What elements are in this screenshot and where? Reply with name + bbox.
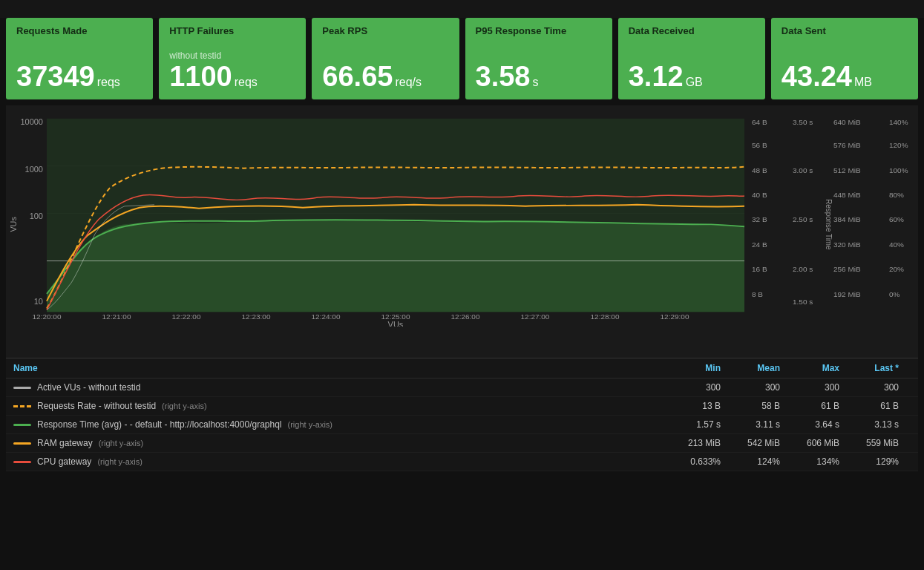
metric-value: 1100reqs	[169, 62, 295, 91]
chart-area: 10000 1000 100 10 VUs 12:20:00 12:21:00 …	[6, 105, 918, 358]
metric-unit: req/s	[395, 76, 422, 88]
svg-text:12:26:00: 12:26:00	[451, 312, 480, 321]
legend-mean: 124%	[733, 456, 792, 467]
metric-card-3: P95 Response Time3.58s	[465, 18, 612, 99]
svg-text:192 MiB: 192 MiB	[833, 290, 861, 298]
metric-unit: reqs	[235, 76, 258, 88]
svg-text:576 MiB: 576 MiB	[833, 141, 861, 149]
svg-text:448 MiB: 448 MiB	[833, 191, 861, 199]
legend-mean: 3.11 s	[733, 419, 792, 430]
svg-text:0%: 0%	[889, 290, 900, 298]
legend-min: 213 MiB	[673, 438, 733, 448]
svg-text:256 MiB: 256 MiB	[833, 265, 861, 273]
svg-text:3.50 s: 3.50 s	[793, 118, 813, 126]
metrics-row: Requests Made37349reqsHTTP Failureswitho…	[0, 18, 924, 105]
legend-min: 300	[673, 382, 733, 393]
svg-text:2.00 s: 2.00 s	[793, 265, 813, 273]
header	[0, 0, 924, 18]
metric-unit: MB	[854, 76, 872, 88]
legend-header-col-2: Mean	[733, 363, 792, 373]
metric-unit: reqs	[97, 76, 120, 88]
metric-card-0: Requests Made37349reqs	[6, 18, 153, 99]
legend-row: Active VUs - without testid 300 300 300 …	[6, 379, 918, 397]
svg-text:10000: 10000	[20, 117, 43, 126]
legend-header-col-0: Name	[13, 363, 673, 373]
metric-card-5: Data Sent43.24MB	[771, 18, 918, 99]
metric-value: 3.12GB	[629, 62, 755, 91]
legend-row: CPU gateway (right y-axis) 0.633% 124% 1…	[6, 453, 918, 471]
svg-text:320 MiB: 320 MiB	[833, 240, 861, 249]
svg-text:140%: 140%	[889, 118, 908, 126]
legend-max: 606 MiB	[792, 438, 851, 448]
svg-text:100%: 100%	[889, 166, 908, 174]
svg-text:10: 10	[34, 298, 43, 307]
legend-header: NameMinMeanMaxLast *	[6, 358, 918, 379]
svg-text:512 MiB: 512 MiB	[833, 166, 861, 174]
legend-name: CPU gateway (right y-axis)	[13, 456, 673, 467]
svg-text:24 B: 24 B	[752, 240, 767, 249]
legend-max: 61 B	[792, 401, 851, 411]
svg-text:12:21:00: 12:21:00	[102, 312, 131, 321]
svg-text:12:29:00: 12:29:00	[661, 312, 689, 321]
svg-text:3.00 s: 3.00 s	[793, 166, 813, 174]
svg-text:12:24:00: 12:24:00	[312, 312, 341, 321]
legend-table: NameMinMeanMaxLast * Active VUs - withou…	[6, 358, 918, 471]
legend-mean: 58 B	[733, 401, 792, 411]
metric-label: Data Sent	[782, 25, 908, 36]
legend-max: 300	[792, 382, 851, 393]
metric-value: 37349reqs	[16, 62, 142, 91]
metric-label: P95 Response Time	[476, 25, 602, 36]
legend-name: RAM gateway (right y-axis)	[13, 438, 673, 448]
svg-text:120%: 120%	[889, 141, 908, 149]
legend-line	[13, 461, 31, 463]
legend-mean: 300	[733, 382, 792, 393]
metric-card-2: Peak RPS66.65req/s	[312, 18, 459, 99]
chart-svg: 10000 1000 100 10 VUs 12:20:00 12:21:00 …	[6, 111, 918, 327]
legend-row: RAM gateway (right y-axis) 213 MiB 542 M…	[6, 434, 918, 453]
legend-header-col-1: Min	[673, 363, 733, 373]
legend-name: Requests Rate - without testid (right y-…	[13, 401, 673, 411]
svg-text:12:20:00: 12:20:00	[33, 312, 62, 321]
legend-row: Requests Rate - without testid (right y-…	[6, 397, 918, 416]
svg-text:64 B: 64 B	[752, 118, 767, 126]
metric-card-4: Data Received3.12GB	[618, 18, 765, 99]
metric-card-1: HTTP Failureswithout testid 1100reqs	[159, 18, 306, 99]
svg-text:60%: 60%	[889, 216, 904, 224]
svg-text:2.50 s: 2.50 s	[793, 216, 813, 224]
legend-mean: 542 MiB	[733, 438, 792, 448]
svg-text:100: 100	[30, 212, 43, 221]
legend-name-text: CPU gateway	[37, 456, 91, 467]
svg-text:VUs: VUs	[388, 320, 404, 327]
metric-value: 43.24MB	[782, 62, 908, 91]
svg-text:384 MiB: 384 MiB	[833, 216, 861, 224]
legend-line	[13, 387, 31, 389]
svg-text:640 MiB: 640 MiB	[833, 118, 861, 126]
svg-text:12:23:00: 12:23:00	[242, 312, 271, 321]
svg-text:1000: 1000	[25, 165, 43, 174]
metric-label: Data Received	[629, 25, 755, 36]
metric-sub-label: without testid	[169, 50, 295, 61]
legend-min: 13 B	[673, 401, 733, 411]
legend-line	[13, 424, 31, 426]
legend-name: Active VUs - without testid	[13, 382, 673, 393]
metric-value: 3.58s	[476, 62, 602, 91]
legend-name: Response Time (avg) - - default - http:/…	[13, 419, 673, 430]
legend-note: (right y-axis)	[97, 457, 142, 466]
svg-text:1.50 s: 1.50 s	[793, 298, 813, 307]
legend-last: 129%	[851, 456, 911, 467]
legend-min: 1.57 s	[673, 419, 733, 430]
svg-text:40 B: 40 B	[752, 191, 767, 199]
metric-value: 66.65req/s	[322, 62, 448, 91]
legend-max: 3.64 s	[792, 419, 851, 430]
metric-label: Requests Made	[16, 25, 142, 36]
legend-note: (right y-axis)	[162, 402, 207, 410]
legend-max: 134%	[792, 456, 851, 467]
legend-header-col-3: Max	[792, 363, 851, 373]
legend-header-col-4: Last *	[851, 363, 911, 373]
svg-text:8 B: 8 B	[752, 290, 763, 298]
legend-line	[13, 442, 31, 445]
svg-text:32 B: 32 B	[752, 216, 767, 224]
legend-name-text: RAM gateway	[37, 438, 93, 448]
legend-name-text: Requests Rate - without testid	[37, 401, 156, 411]
legend-note: (right y-axis)	[99, 439, 144, 448]
